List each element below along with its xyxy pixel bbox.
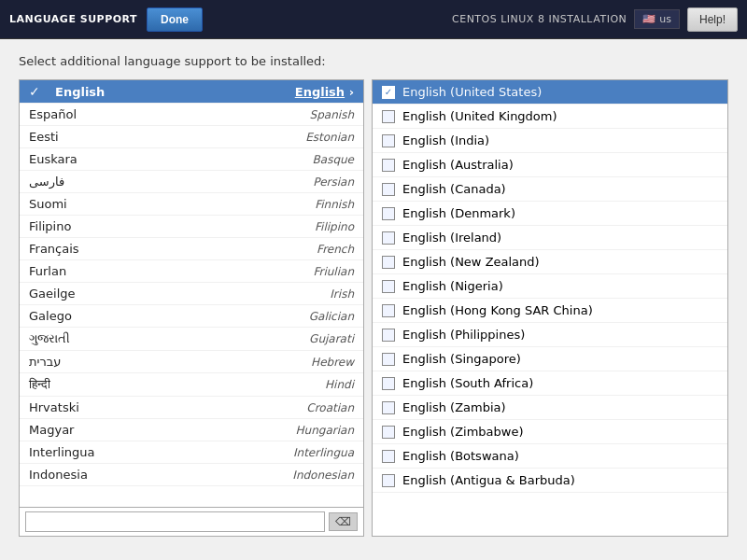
lang-english: Galician bbox=[309, 310, 354, 323]
locale-item[interactable]: English (Antigua & Barbuda) bbox=[373, 469, 727, 493]
locale-name: English (Australia) bbox=[402, 158, 514, 172]
search-input[interactable] bbox=[25, 511, 325, 532]
locale-item[interactable]: English (Australia) bbox=[373, 153, 727, 177]
lang-native: فارسی bbox=[29, 175, 64, 189]
main-content: Select additional language support to be… bbox=[0, 39, 747, 560]
locale-item[interactable]: English (United Kingdom) bbox=[373, 105, 727, 129]
lang-native: עברית bbox=[29, 355, 61, 369]
search-bar: ⌫ bbox=[20, 507, 363, 536]
language-item[interactable]: Magyar Hungarian bbox=[20, 419, 363, 441]
lang-english: Indonesian bbox=[292, 469, 354, 482]
lang-native: English bbox=[55, 85, 105, 99]
lang-native: Suomi bbox=[29, 197, 67, 211]
locale-item[interactable]: English (New Zealand) bbox=[373, 250, 727, 274]
locale-item[interactable]: English (Zambia) bbox=[373, 396, 727, 420]
lang-native: ગુજરાતી bbox=[29, 331, 70, 346]
help-button[interactable]: Help! bbox=[687, 7, 738, 32]
language-item[interactable]: فارسی Persian bbox=[20, 171, 363, 193]
locale-checkbox bbox=[382, 329, 395, 342]
locale-name: English (India) bbox=[402, 133, 489, 147]
locale-name: English (Canada) bbox=[402, 182, 506, 196]
locale-name: English (Zimbabwe) bbox=[402, 425, 524, 439]
language-item[interactable]: Français French bbox=[20, 238, 363, 260]
locale-item[interactable]: English (Botswana) bbox=[373, 444, 727, 469]
page-instruction: Select additional language support to be… bbox=[19, 54, 728, 68]
left-panel: ✓ English English › Español Spanish Eest… bbox=[19, 79, 364, 537]
locale-checkbox bbox=[382, 401, 395, 414]
locale-item[interactable]: English (India) bbox=[373, 129, 727, 153]
locale-item[interactable]: English (Singapore) bbox=[373, 347, 727, 371]
locale-checkbox bbox=[382, 86, 395, 99]
locale-name: English (Antigua & Barbuda) bbox=[402, 473, 575, 487]
right-panel: English (United States)English (United K… bbox=[372, 79, 728, 537]
lang-english: Filipino bbox=[315, 220, 354, 233]
lang-native: Español bbox=[29, 107, 77, 121]
lang-native: Galego bbox=[29, 309, 72, 323]
locale-name: English (Singapore) bbox=[402, 352, 521, 366]
locale-name: English (United Kingdom) bbox=[402, 109, 557, 123]
lang-native: Euskara bbox=[29, 152, 78, 166]
language-item[interactable]: עברית Hebrew bbox=[20, 351, 363, 373]
locale-item[interactable]: English (Philippines) bbox=[373, 323, 727, 347]
locale-item[interactable]: English (Denmark) bbox=[373, 202, 727, 226]
locale-checkbox bbox=[382, 353, 395, 366]
language-item[interactable]: Indonesia Indonesian bbox=[20, 464, 363, 486]
language-item[interactable]: Interlingua Interlingua bbox=[20, 441, 363, 464]
header-right: CENTOS LINUX 8 INSTALLATION 🇺🇸 us Help! bbox=[452, 7, 738, 32]
lang-native: Indonesia bbox=[29, 468, 88, 482]
lang-native: Gaeilge bbox=[29, 287, 76, 301]
lang-english: English › bbox=[295, 85, 354, 99]
locale-checkbox bbox=[382, 134, 395, 147]
language-item[interactable]: Galego Galician bbox=[20, 305, 363, 328]
language-item[interactable]: Filipino Filipino bbox=[20, 216, 363, 238]
language-item[interactable]: ✓ English English › bbox=[20, 80, 363, 104]
language-item[interactable]: Furlan Friulian bbox=[20, 260, 363, 283]
locale-item[interactable]: English (United States) bbox=[373, 80, 727, 105]
language-item[interactable]: Hrvatski Croatian bbox=[20, 397, 363, 419]
clear-search-button[interactable]: ⌫ bbox=[329, 512, 358, 531]
locale-checkbox bbox=[382, 110, 395, 123]
locale-name: English (United States) bbox=[402, 85, 542, 99]
locale-checkbox bbox=[382, 207, 395, 220]
locale-name: English (Botswana) bbox=[402, 449, 519, 463]
lang-native: Interlingua bbox=[29, 445, 94, 459]
locale-checkbox bbox=[382, 231, 395, 245]
locale-item[interactable]: English (Hong Kong SAR China) bbox=[373, 299, 727, 323]
lang-english: Interlingua bbox=[293, 446, 354, 459]
locale-name: English (Hong Kong SAR China) bbox=[402, 303, 593, 317]
lang-native: हिन्दी bbox=[29, 377, 50, 392]
lang-native: Eesti bbox=[29, 130, 59, 144]
locale-item[interactable]: English (Zimbabwe) bbox=[373, 420, 727, 444]
locale-item[interactable]: English (Nigeria) bbox=[373, 274, 727, 299]
locale-item[interactable]: English (Ireland) bbox=[373, 226, 727, 250]
lang-native: Furlan bbox=[29, 264, 66, 278]
lang-english: French bbox=[317, 243, 354, 256]
keyboard-layout-label: us bbox=[659, 13, 671, 25]
language-item[interactable]: हिन्दी Hindi bbox=[20, 373, 363, 397]
lang-native: Hrvatski bbox=[29, 400, 79, 414]
locale-name: English (New Zealand) bbox=[402, 255, 540, 269]
language-item[interactable]: Suomi Finnish bbox=[20, 193, 363, 216]
language-list: ✓ English English › Español Spanish Eest… bbox=[20, 80, 363, 507]
lang-english: Spanish bbox=[310, 108, 354, 121]
lang-english: Basque bbox=[313, 153, 354, 166]
locale-checkbox bbox=[382, 426, 395, 439]
language-item[interactable]: Gaeilge Irish bbox=[20, 283, 363, 305]
header-left: LANGUAGE SUPPORT Done bbox=[9, 7, 203, 32]
done-button[interactable]: Done bbox=[147, 7, 203, 32]
locale-item[interactable]: English (Canada) bbox=[373, 177, 727, 202]
locale-item[interactable]: English (South Africa) bbox=[373, 371, 727, 396]
lang-english: Irish bbox=[330, 287, 354, 301]
lang-english: Gujarati bbox=[309, 332, 354, 345]
keyboard-indicator[interactable]: 🇺🇸 us bbox=[634, 9, 680, 29]
app-title: LANGUAGE SUPPORT bbox=[9, 13, 137, 25]
language-item[interactable]: Eesti Estonian bbox=[20, 126, 363, 148]
language-item[interactable]: Euskara Basque bbox=[20, 148, 363, 171]
lang-english: Persian bbox=[313, 175, 354, 189]
language-item[interactable]: ગુજરાતી Gujarati bbox=[20, 328, 363, 351]
language-item[interactable]: Español Spanish bbox=[20, 104, 363, 126]
locale-checkbox bbox=[382, 183, 395, 196]
locale-name: English (Philippines) bbox=[402, 328, 525, 342]
panels-container: ✓ English English › Español Spanish Eest… bbox=[19, 79, 728, 537]
lang-english: Croatian bbox=[306, 401, 354, 414]
